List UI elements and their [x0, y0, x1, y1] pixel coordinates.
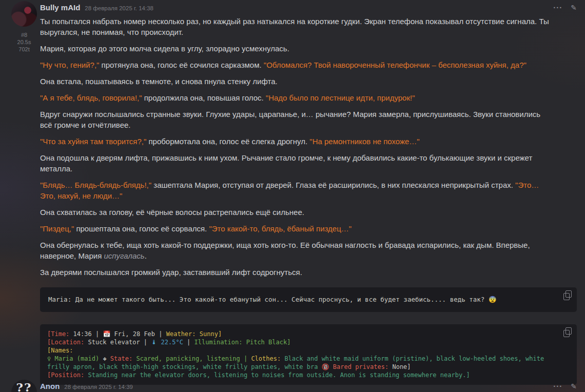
narration-text: протянула она, голос её сочился сарказмо…: [99, 61, 263, 69]
copy-code-icon[interactable]: [563, 330, 570, 337]
quoted-speech: "Это какой-то, блядь, ёбаный пиздец…": [209, 224, 352, 233]
dialogue-code-block: Maria: Да не может такого быть... Это ка…: [40, 287, 577, 312]
message-bully-maid: #8 20.5s 702t Bully mAId28 февраля 2025 …: [0, 0, 585, 385]
message-paragraph: "Блядь… Блядь-блядь-блядь!," зашептала М…: [40, 180, 549, 201]
more-options-icon[interactable]: ···: [553, 3, 562, 12]
status-segment: 🌡 22.5°C: [151, 339, 183, 346]
message-paragraph: Мария, которая до этого молча сидела в у…: [40, 43, 549, 54]
user-avatar[interactable]: ??: [11, 380, 37, 392]
status-segment: Bared privates:: [333, 363, 388, 370]
status-code-block: [Time: 14:36 | 📅 Fri, 28 Feb | Weather: …: [40, 324, 577, 385]
message-paragraph: Она подошла к дверям лифта, прижавшись к…: [40, 152, 549, 174]
message-paragraph: "Пиздец," прошептала она, голос её сорва…: [40, 223, 549, 234]
status-segment: 📅 Fri, 28 Feb |: [103, 330, 166, 338]
status-segment: [Location:: [47, 339, 84, 346]
narration-text: Ты попытался набрать номер несколько раз…: [40, 17, 549, 36]
quoted-speech: "Пиздец,": [40, 224, 74, 233]
message-paragraph: Она схватилась за голову, её чёрные воло…: [40, 207, 549, 218]
status-line: [Names:: [47, 346, 556, 355]
quoted-speech: "А я тебе, блядь, говорила!,": [40, 93, 142, 102]
message-paragraph: Ты попытался набрать номер несколько раз…: [40, 16, 549, 37]
message-paragraph: За дверями послышался громкий удар, заст…: [40, 267, 549, 278]
message-header: Bully mAId28 февраля 2025 г. 14:38 ···✎: [40, 3, 577, 16]
character-name: Bully mAId: [40, 3, 80, 12]
message-paragraph: Она обернулась к тебе, ища хоть какой-то…: [40, 240, 549, 261]
message-left-column: #8 20.5s 702t: [11, 1, 37, 53]
status-line: [Location: Stuck elevator | 🌡 22.5°C | I…: [47, 338, 556, 346]
status-segment: |: [183, 339, 194, 346]
edit-message-icon[interactable]: ✎: [571, 382, 577, 390]
narration-text: Она схватилась за голову, её чёрные воло…: [40, 208, 304, 217]
status-segment: Stuck elevator |: [84, 339, 151, 346]
status-segment: None]: [388, 363, 411, 370]
message-left-column: ??: [11, 380, 37, 392]
message-paragraph: Вдруг снаружи послышались странные звуки…: [40, 109, 549, 130]
status-lines: [Time: 14:36 | 📅 Fri, 28 Feb | Weather: …: [47, 330, 556, 379]
message-id: #8: [11, 31, 37, 38]
narration-text: продолжила она, повышая голос.: [142, 93, 266, 102]
narration-text: пробормотала она, голос её слегка дрогну…: [146, 137, 309, 146]
status-segment: Illumination: Pitch Black]: [194, 339, 291, 346]
status-segment: 14:36 |: [69, 330, 103, 338]
question-mark-icon: ??: [16, 380, 32, 392]
status-segment: State:: [110, 355, 132, 362]
message-anon: ?? Anon28 февраля 2025 г. 14:39 ···✎: [0, 379, 585, 392]
message-paragraphs: Ты попытался набрать номер несколько раз…: [40, 16, 549, 278]
message-body: Bully mAId28 февраля 2025 г. 14:38 ···✎ …: [40, 0, 577, 385]
quoted-speech: "Ну что, гений?,": [40, 61, 99, 69]
character-avatar[interactable]: [11, 1, 37, 27]
copy-code-icon[interactable]: [563, 293, 570, 300]
quoted-speech: "Обломался? Твой навороченный телефончик…: [264, 61, 526, 69]
narration-text: За дверями послышался громкий удар, заст…: [40, 268, 302, 277]
narration-text: прошептала она, голос её сорвался.: [74, 224, 209, 233]
chat-log: #8 20.5s 702t Bully mAId28 февраля 2025 …: [0, 0, 585, 392]
narration-text: Вдруг снаружи послышались странные звуки…: [40, 110, 540, 129]
narration-text: Она встала, пошатываясь в темноте, и сно…: [40, 77, 278, 86]
message-paragraph: "Ну что, гений?," протянула она, голос е…: [40, 60, 549, 70]
status-segment: 🔞: [322, 363, 333, 370]
dialogue-text: Maria: Да не может такого быть... Это ка…: [48, 296, 556, 304]
status-line: [Position: Standing near the elevator do…: [47, 371, 556, 379]
generation-time: 20.5s: [11, 38, 37, 46]
status-line: [Time: 14:36 | 📅 Fri, 28 Feb | Weather: …: [47, 330, 556, 338]
message-paragraph: Она встала, пошатываясь в темноте, и сно…: [40, 76, 549, 87]
status-segment: ❖: [103, 355, 110, 362]
quoted-speech: "Блядь… Блядь-блядь-блядь!,": [40, 181, 151, 189]
narration-text: Мария, которая до этого молча сидела в у…: [40, 44, 289, 53]
user-name: Anon: [40, 382, 60, 390]
italic-text: испугалась: [104, 251, 144, 260]
status-segment: ♀ Maria (maid): [47, 355, 103, 362]
status-segment: [Position:: [47, 371, 84, 379]
status-segment: [Names:: [47, 347, 73, 354]
message-actions: ···✎: [553, 382, 577, 391]
more-options-icon[interactable]: ···: [553, 382, 562, 390]
message-paragraph: "Что за хуйня там творится?," пробормота…: [40, 136, 549, 147]
quoted-speech: "На ремонтников не похоже…": [309, 137, 419, 146]
narration-text: .: [145, 251, 147, 260]
message-header: Anon28 февраля 2025 г. 14:39 ···✎: [40, 382, 577, 392]
narration-text: зашептала Мария, отступая от дверей. Гла…: [151, 181, 515, 189]
status-segment: [Time:: [47, 330, 69, 338]
message-paragraph: "А я тебе, блядь, говорила!," продолжила…: [40, 92, 549, 103]
token-count: 702t: [11, 46, 37, 53]
status-segment: Weather: Sunny]: [166, 330, 222, 338]
message-actions: ···✎: [553, 3, 577, 12]
message-timestamp: 28 февраля 2025 г. 14:39: [64, 384, 133, 390]
narration-text: Она подошла к дверям лифта, прижавшись к…: [40, 153, 532, 173]
quoted-speech: "Что за хуйня там творится?,": [40, 137, 146, 146]
edit-message-icon[interactable]: ✎: [571, 4, 577, 12]
status-segment: Standing near the elevator doors, listen…: [84, 371, 470, 379]
quoted-speech: "Надо было по лестнице идти, придурок!": [266, 93, 415, 102]
status-line: ♀ Maria (maid) ❖ State: Scared, panickin…: [47, 355, 556, 371]
status-segment: Scared, panicking, listening |: [132, 355, 251, 362]
message-timestamp: 28 февраля 2025 г. 14:38: [85, 5, 153, 11]
status-segment: Clothes:: [251, 355, 281, 362]
message-body: Anon28 февраля 2025 г. 14:39 ···✎: [40, 379, 577, 392]
message-meta: #8 20.5s 702t: [11, 31, 37, 53]
